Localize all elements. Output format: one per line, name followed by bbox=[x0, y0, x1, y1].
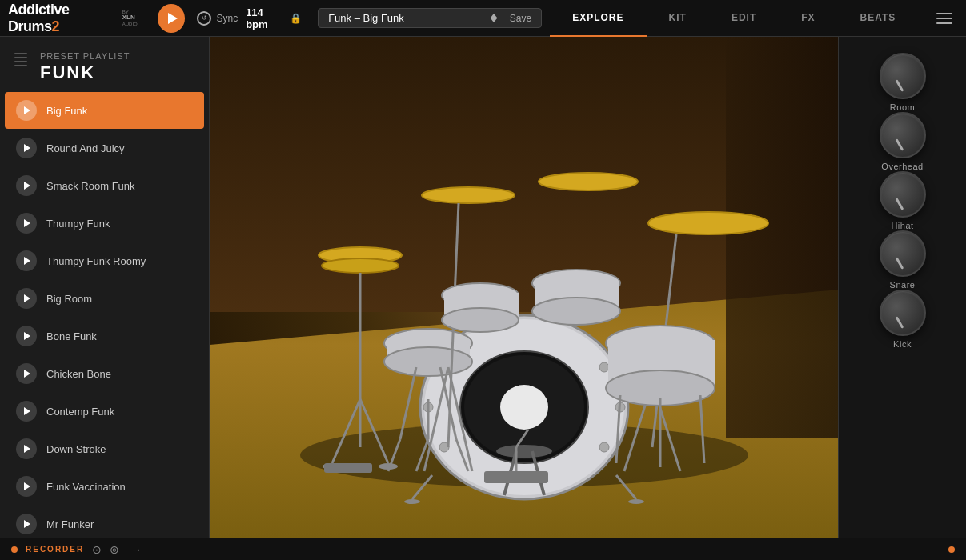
playlist-item[interactable]: Mr Funker bbox=[5, 506, 204, 538]
playlist-item-name: Mr Funker bbox=[46, 518, 94, 530]
svg-point-32 bbox=[422, 187, 515, 203]
play-triangle-icon bbox=[24, 294, 30, 302]
preset-arrows[interactable] bbox=[491, 14, 497, 22]
knob-group-kick: Kick bbox=[880, 290, 926, 349]
playlist-item[interactable]: Funk Vaccination bbox=[5, 468, 204, 505]
publisher-info: BY XLN AUDIO bbox=[122, 10, 138, 27]
playlist-item-name: Big Room bbox=[46, 293, 92, 305]
sync-icon: ↺ bbox=[197, 11, 211, 26]
playlist-item-name: Big Funk bbox=[46, 105, 87, 117]
menu-button[interactable] bbox=[930, 4, 958, 33]
play-circle-icon bbox=[16, 138, 37, 158]
volume-indicator bbox=[948, 546, 955, 553]
play-triangle-icon bbox=[24, 144, 30, 152]
right-panel: Room Overhead Hihat Snare Kick bbox=[838, 37, 966, 538]
knob-label-hihat: Hihat bbox=[891, 221, 913, 230]
tab-fx[interactable]: FX bbox=[779, 0, 837, 37]
sync-label: Sync bbox=[216, 13, 238, 24]
play-triangle-icon bbox=[24, 219, 30, 227]
svg-point-14 bbox=[384, 347, 472, 376]
svg-rect-57 bbox=[484, 471, 548, 483]
playlist-item-name: Contemp Funk bbox=[46, 406, 114, 418]
svg-point-49 bbox=[496, 445, 552, 458]
lock-icon: 🔒 bbox=[290, 13, 302, 24]
playlist-item-name: Bone Funk bbox=[46, 330, 97, 342]
playlist-item-name: Chicken Bone bbox=[46, 368, 111, 380]
playlist-item[interactable]: Smack Room Funk bbox=[5, 167, 204, 204]
recorder-bar: RECORDER ⊙ ⊚ → bbox=[0, 538, 966, 560]
svg-point-28 bbox=[648, 212, 768, 234]
knobs-container: Room Overhead Hihat Snare Kick bbox=[880, 53, 926, 349]
preset-name: Funk – Big Funk bbox=[328, 12, 404, 24]
top-navigation: Addictive Drums2 BY XLN AUDIO ↺ Sync 114… bbox=[0, 0, 966, 37]
playlist-item[interactable]: Round And Juicy bbox=[5, 130, 204, 166]
sync-control[interactable]: ↺ Sync bbox=[197, 11, 238, 26]
recorder-loop-icon[interactable]: ⊙ bbox=[92, 543, 102, 556]
svg-point-42 bbox=[532, 298, 620, 325]
play-circle-icon bbox=[16, 288, 37, 309]
save-button[interactable]: Save bbox=[510, 13, 531, 24]
playlist-item[interactable]: Down Stroke bbox=[5, 430, 204, 467]
knob-label-overhead: Overhead bbox=[881, 162, 923, 171]
playlist-item-name: Down Stroke bbox=[46, 443, 106, 455]
recorder-forward-icon[interactable]: → bbox=[130, 543, 142, 556]
playlist-item-name: Smack Room Funk bbox=[46, 180, 135, 192]
tab-explore[interactable]: EXPLORE bbox=[550, 0, 646, 37]
svg-point-6 bbox=[599, 362, 609, 372]
playlist-item[interactable]: Contemp Funk bbox=[5, 393, 204, 430]
svg-point-8 bbox=[599, 442, 609, 452]
play-circle-icon bbox=[16, 326, 37, 346]
knob-snare[interactable] bbox=[880, 230, 926, 277]
knob-room[interactable] bbox=[880, 53, 926, 99]
knob-group-snare: Snare bbox=[880, 230, 926, 290]
bpm-value: 114 bpm bbox=[246, 6, 286, 30]
sidebar: Preset playlist FUNK Big Funk Round And … bbox=[0, 37, 210, 538]
knob-group-overhead: Overhead bbox=[880, 112, 926, 171]
playlist-list: Big Funk Round And Juicy Smack Room Funk… bbox=[0, 92, 209, 538]
playlist-item[interactable]: Bone Funk bbox=[5, 318, 204, 354]
playlist-item[interactable]: Thumpy Funk Roomy bbox=[5, 242, 204, 279]
playlist-header: Preset playlist FUNK bbox=[0, 37, 209, 91]
svg-point-54 bbox=[404, 499, 420, 504]
knob-label-kick: Kick bbox=[893, 339, 912, 349]
preset-selector[interactable]: Funk – Big Funk Save bbox=[318, 8, 542, 28]
play-triangle-icon bbox=[24, 520, 30, 528]
arrow-down-icon bbox=[491, 18, 497, 22]
playlist-item-name: Funk Vaccination bbox=[46, 481, 126, 493]
play-button[interactable] bbox=[158, 4, 186, 33]
playlist-item-name: Thumpy Funk bbox=[46, 218, 110, 230]
drum-area bbox=[210, 37, 838, 538]
playlist-item-name: Round And Juicy bbox=[46, 142, 125, 154]
recorder-bounce-icon[interactable]: ⊚ bbox=[110, 543, 119, 556]
knob-overhead[interactable] bbox=[880, 112, 926, 158]
play-triangle-icon bbox=[24, 445, 30, 453]
tab-kit[interactable]: KIT bbox=[647, 0, 709, 37]
svg-point-39 bbox=[442, 308, 519, 332]
bpm-control[interactable]: 114 bpm 🔒 bbox=[246, 6, 302, 30]
playlist-label: Preset playlist bbox=[40, 51, 194, 61]
playlist-item[interactable]: Big Room bbox=[5, 280, 204, 317]
knob-label-snare: Snare bbox=[890, 280, 916, 290]
tab-edit[interactable]: EDIT bbox=[709, 0, 779, 37]
svg-point-11 bbox=[500, 385, 548, 430]
play-circle-icon bbox=[16, 438, 37, 459]
playlist-item[interactable]: Thumpy Funk bbox=[5, 205, 204, 242]
svg-point-36 bbox=[539, 173, 638, 190]
arrow-up-icon bbox=[491, 14, 497, 18]
play-triangle-icon bbox=[24, 332, 30, 340]
menu-line bbox=[936, 13, 952, 14]
tab-beats[interactable]: BEATS bbox=[838, 0, 919, 37]
playlist-title: FUNK bbox=[40, 62, 194, 83]
svg-point-22 bbox=[322, 258, 399, 273]
playlist-item-name: Thumpy Funk Roomy bbox=[46, 255, 146, 267]
playlist-item[interactable]: Chicken Bone bbox=[5, 355, 204, 392]
knob-group-hihat: Hihat bbox=[880, 171, 926, 230]
nav-tabs: EXPLORE KIT EDIT FX BEATS bbox=[550, 0, 918, 37]
playlist-item[interactable]: Big Funk bbox=[5, 92, 204, 129]
knob-hihat[interactable] bbox=[880, 171, 926, 218]
knob-kick[interactable] bbox=[880, 290, 926, 336]
play-circle-icon bbox=[16, 514, 37, 534]
recorder-dot bbox=[11, 546, 18, 553]
play-triangle-icon bbox=[24, 182, 30, 190]
play-triangle-icon bbox=[24, 257, 30, 265]
